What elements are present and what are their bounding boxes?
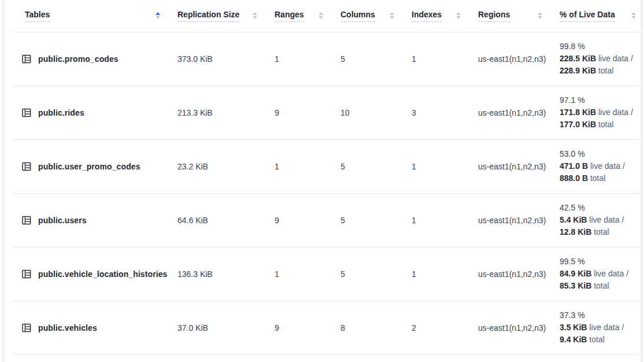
- sort-icon[interactable]: [154, 11, 161, 20]
- column-header-tables[interactable]: Tables: [13, 0, 177, 32]
- column-label-live-data: % of Live Data: [560, 10, 615, 22]
- sort-icon[interactable]: [630, 11, 637, 20]
- sort-icon[interactable]: [317, 11, 324, 20]
- table-icon: [22, 216, 31, 225]
- total-size-line: 228.9 KiB total: [560, 65, 641, 77]
- live-percent: 99.8 %: [560, 40, 641, 53]
- table-icon: [22, 54, 31, 64]
- column-header-columns[interactable]: Columns: [340, 0, 412, 32]
- cell-columns: 10: [340, 86, 412, 139]
- column-header-replication-size[interactable]: Replication Size: [177, 0, 275, 32]
- cell-indexes: 1: [412, 193, 478, 247]
- cell-columns: 5: [340, 193, 412, 247]
- live-percent: 53.0 %: [560, 148, 641, 160]
- live-percent: 37.3 %: [560, 309, 641, 322]
- live-size-line: 471.0 B live data /: [560, 160, 641, 172]
- sort-up-arrow-icon: [156, 12, 160, 15]
- column-label-columns: Columns: [340, 10, 375, 22]
- sort-down-arrow-icon: [253, 16, 257, 19]
- live-size-line: 228.5 KiB live data /: [560, 53, 641, 65]
- column-label-tables: Tables: [25, 10, 50, 22]
- sort-icon[interactable]: [536, 11, 543, 20]
- cell-ranges: 9: [275, 193, 340, 247]
- table-icon: [22, 269, 31, 279]
- sort-down-arrow-icon: [456, 16, 461, 19]
- cell-table-name: public.vehicles: [13, 301, 177, 354]
- table-name-link[interactable]: public.vehicles: [38, 323, 97, 333]
- cell-replication-size: 373.0 KiB: [177, 32, 275, 86]
- live-percent: 97.1 %: [560, 94, 641, 106]
- cell-indexes: 1: [412, 139, 478, 193]
- sort-up-arrow-icon: [538, 12, 542, 15]
- total-size-line: 85.3 KiB total: [560, 280, 641, 292]
- table-name-link[interactable]: public.rides: [38, 108, 84, 117]
- cell-regions: us-east1(n1,n2,n3): [478, 139, 560, 193]
- cell-live-data: 37.3 % 3.5 KiB live data / 9.4 KiB total: [560, 301, 641, 354]
- cell-table-name: public.vehicle_location_histories: [13, 247, 177, 301]
- sort-icon[interactable]: [251, 11, 258, 20]
- cell-replication-size: 213.3 KiB: [177, 86, 275, 139]
- column-header-indexes[interactable]: Indexes: [412, 0, 478, 32]
- cell-regions: us-east1(n1,n2,n3): [478, 193, 560, 247]
- database-tables-table: Tables Replication Size Ranges Columns I…: [13, 0, 641, 355]
- cell-live-data: 53.0 % 471.0 B live data / 888.0 B total: [560, 139, 641, 193]
- table-row: public.user_promo_codes 23.2 KiB 1 5 1 u…: [13, 139, 641, 193]
- sort-up-arrow-icon: [390, 12, 394, 15]
- table-row: public.rides 213.3 KiB 9 10 3 us-east1(n…: [13, 86, 641, 139]
- table-row: public.promo_codes 373.0 KiB 1 5 1 us-ea…: [13, 32, 641, 86]
- cell-replication-size: 23.2 KiB: [177, 139, 275, 193]
- cell-regions: us-east1(n1,n2,n3): [478, 32, 560, 86]
- total-size-line: 12.8 KiB total: [560, 226, 641, 238]
- table-name-link[interactable]: public.users: [38, 216, 87, 225]
- cell-regions: us-east1(n1,n2,n3): [478, 301, 560, 354]
- cell-ranges: 9: [275, 86, 340, 139]
- sort-down-arrow-icon: [390, 16, 394, 19]
- table-name-link[interactable]: public.vehicle_location_histories: [38, 269, 167, 279]
- cell-table-name: public.rides: [13, 86, 177, 139]
- cell-replication-size: 37.0 KiB: [177, 301, 275, 354]
- table-body: public.promo_codes 373.0 KiB 1 5 1 us-ea…: [13, 32, 641, 354]
- cell-replication-size: 64.6 KiB: [177, 193, 275, 247]
- cell-live-data: 42.5 % 5.4 KiB live data / 12.8 KiB tota…: [560, 193, 641, 247]
- sort-down-arrow-icon: [538, 16, 542, 19]
- column-header-ranges[interactable]: Ranges: [275, 0, 340, 32]
- cell-replication-size: 136.3 KiB: [177, 247, 275, 301]
- cell-ranges: 9: [275, 301, 340, 354]
- sort-up-arrow-icon: [319, 12, 323, 15]
- column-label-regions: Regions: [478, 10, 510, 22]
- table-icon: [22, 108, 31, 117]
- cell-columns: 5: [340, 32, 412, 86]
- live-size-line: 3.5 KiB live data /: [560, 322, 641, 334]
- live-size-line: 84.9 KiB live data /: [560, 268, 641, 280]
- column-header-live-data[interactable]: % of Live Data: [560, 0, 641, 32]
- table-icon: [22, 323, 31, 333]
- tables-list-panel: Tables Replication Size Ranges Columns I…: [13, 0, 641, 355]
- header-row: Tables Replication Size Ranges Columns I…: [13, 0, 641, 32]
- table-row: public.users 64.6 KiB 9 5 1 us-east1(n1,…: [13, 193, 641, 247]
- sort-down-arrow-icon: [319, 16, 323, 19]
- sort-icon[interactable]: [455, 11, 462, 20]
- cell-live-data: 97.1 % 171.8 KiB live data / 177.0 KiB t…: [560, 86, 641, 139]
- live-size-line: 171.8 KiB live data /: [560, 106, 641, 119]
- live-percent: 42.5 %: [560, 202, 641, 214]
- table-icon: [22, 162, 31, 171]
- live-percent: 99.5 %: [560, 256, 641, 268]
- cell-ranges: 1: [275, 247, 340, 301]
- cell-indexes: 2: [412, 301, 478, 354]
- sort-up-arrow-icon: [456, 12, 461, 15]
- cell-indexes: 1: [412, 32, 478, 86]
- table-name-link[interactable]: public.user_promo_codes: [38, 162, 140, 171]
- total-size-line: 177.0 KiB total: [560, 119, 641, 131]
- column-label-ranges: Ranges: [275, 10, 304, 22]
- cell-table-name: public.promo_codes: [13, 32, 177, 86]
- sort-down-arrow-icon: [631, 16, 636, 19]
- cell-columns: 5: [340, 139, 412, 193]
- sort-down-arrow-icon: [156, 16, 160, 19]
- cell-indexes: 3: [412, 86, 478, 139]
- cell-regions: us-east1(n1,n2,n3): [478, 86, 560, 139]
- cell-ranges: 1: [275, 32, 340, 86]
- sort-icon[interactable]: [388, 11, 395, 20]
- table-name-link[interactable]: public.promo_codes: [38, 54, 119, 64]
- column-label-indexes: Indexes: [412, 10, 442, 22]
- column-header-regions[interactable]: Regions: [478, 0, 560, 32]
